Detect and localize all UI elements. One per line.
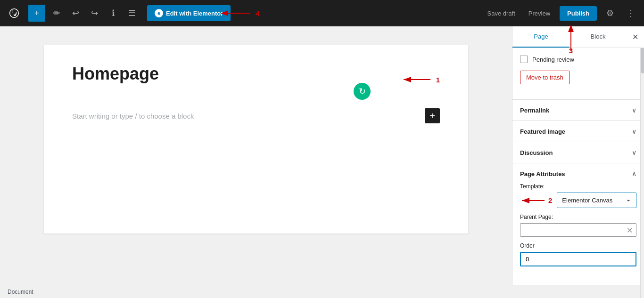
annotation-2: 2 <box>548 196 552 204</box>
page-attributes-section-header[interactable]: Page Attributes ∧ <box>512 170 644 177</box>
redo-button[interactable]: ↪ <box>87 6 102 21</box>
sidebar-close-button[interactable]: ✕ <box>627 29 644 45</box>
editor-area: Homepage 1 Start writing or type / to ch… <box>0 26 512 298</box>
toolbar-right-actions: Save draft Preview Publish ⚙ ⋮ <box>484 6 638 21</box>
publish-button[interactable]: Publish <box>560 6 597 21</box>
block-placeholder-area[interactable]: Start writing or type / to choose a bloc… <box>72 103 440 129</box>
status-bar: Document <box>0 285 644 298</box>
page-attributes-section: Page Attributes ∧ Template: 2 Elemen <box>512 163 644 273</box>
page-title[interactable]: Homepage <box>72 64 396 84</box>
wordpress-logo <box>6 5 23 22</box>
order-input[interactable] <box>520 252 636 266</box>
featured-image-section-header[interactable]: Featured image ∨ <box>512 128 644 135</box>
edit-icon-button[interactable]: ✏ <box>49 6 64 21</box>
toolbar: + ✏ ↩ ↪ ℹ ☰ e Edit with Elementor 4 Save… <box>0 0 644 26</box>
parent-page-input[interactable] <box>520 223 636 237</box>
add-block-inline-button[interactable]: + <box>425 108 440 123</box>
discussion-section-title: Discussion <box>520 149 553 156</box>
parent-page-wrapper: ✕ <box>520 223 636 237</box>
template-label: Template: <box>520 183 636 190</box>
permalink-section: Permalink ∨ <box>512 99 644 121</box>
permalink-chevron-icon: ∨ <box>632 106 636 114</box>
order-label: Order <box>520 242 636 249</box>
template-select[interactable]: Elementor Canvas <box>557 193 636 208</box>
save-draft-button[interactable]: Save draft <box>484 7 519 20</box>
pending-review-checkbox[interactable] <box>520 56 528 63</box>
annotation-4: 4 <box>256 9 259 17</box>
edit-with-elementor-button[interactable]: e Edit with Elementor <box>147 5 231 21</box>
placeholder-text: Start writing or type / to choose a bloc… <box>72 112 194 120</box>
sidebar-panel: Page Block ✕ Pending review Move to tras… <box>512 26 644 298</box>
add-block-toolbar-button[interactable]: + <box>28 5 45 22</box>
more-options-button[interactable]: ⋮ <box>623 6 638 21</box>
annotation-1: 1 <box>436 76 440 84</box>
pending-review-label: Pending review <box>532 56 574 63</box>
main-layout: Homepage 1 Start writing or type / to ch… <box>0 26 644 298</box>
discussion-section-header[interactable]: Discussion ∨ <box>512 149 644 156</box>
discussion-section: Discussion ∨ <box>512 142 644 163</box>
featured-image-chevron-icon: ∨ <box>632 128 636 135</box>
page-attributes-body: Template: 2 Elementor Canvas Parent P <box>512 177 644 266</box>
page-attributes-chevron-icon: ∧ <box>632 170 636 177</box>
featured-image-section: Featured image ∨ <box>512 121 644 142</box>
discussion-chevron-icon: ∨ <box>632 149 636 156</box>
permalink-section-title: Permalink <box>520 107 549 114</box>
list-view-button[interactable]: ☰ <box>124 6 140 21</box>
parent-page-clear-button[interactable]: ✕ <box>627 226 633 234</box>
sidebar-page-content: Pending review Move to trash <box>512 48 644 99</box>
elementor-icon: e <box>155 9 163 17</box>
sync-status-icon: ↻ <box>354 83 371 100</box>
tab-page[interactable]: Page <box>512 26 570 48</box>
pending-review-row: Pending review <box>520 56 636 63</box>
info-button[interactable]: ℹ <box>106 6 121 21</box>
sidebar-tabs: Page Block ✕ <box>512 26 644 48</box>
tab-block[interactable]: Block <box>570 26 627 48</box>
featured-image-section-title: Featured image <box>520 128 565 135</box>
undo-button[interactable]: ↩ <box>68 6 83 21</box>
parent-page-label: Parent Page: <box>520 214 636 220</box>
page-attributes-section-title: Page Attributes <box>520 170 565 177</box>
document-status: Document <box>8 289 33 295</box>
preview-button[interactable]: Preview <box>525 7 554 20</box>
settings-button[interactable]: ⚙ <box>603 6 618 21</box>
permalink-section-header[interactable]: Permalink ∨ <box>512 106 644 114</box>
move-to-trash-button[interactable]: Move to trash <box>520 71 570 84</box>
editor-canvas: Homepage 1 Start writing or type / to ch… <box>44 45 468 234</box>
